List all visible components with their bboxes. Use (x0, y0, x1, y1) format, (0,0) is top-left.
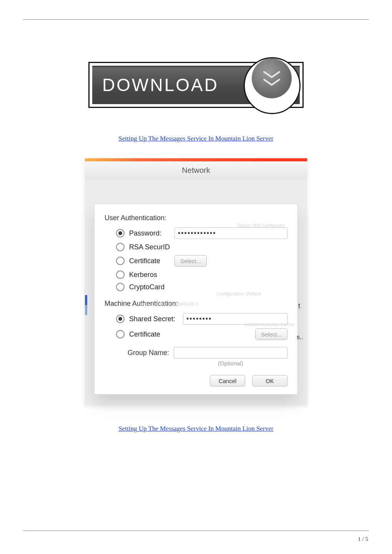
radio-label-kerberos: Kerberos (129, 271, 174, 279)
download-banner[interactable]: DOWNLOAD (88, 62, 304, 108)
page-number: 1 / 5 (358, 536, 368, 542)
password-mask: •••••••••••• (178, 229, 216, 237)
sidebar-accent-2 (85, 305, 87, 315)
group-name-field[interactable] (174, 347, 287, 358)
ok-button[interactable]: OK (252, 375, 287, 386)
radio-row-kerberos[interactable]: Kerberos (105, 270, 287, 279)
panel-body: Status: Not Configured Configuration: De… (85, 180, 307, 405)
auth-sheet: User Authentication: Password: •••••••••… (94, 204, 298, 395)
group-name-optional: (Optional) (105, 360, 287, 367)
article-link-bottom: Setting Up The Messages Service In Mount… (0, 425, 392, 433)
shared-secret-field[interactable]: •••••••• (183, 313, 287, 325)
select-machine-certificate-button[interactable]: Select... (255, 328, 287, 340)
radio-label-shared-secret: Shared Secret: (129, 315, 183, 323)
radio-label-cryptocard: CryptoCard (129, 283, 174, 291)
select-certificate-button[interactable]: Select... (174, 255, 207, 267)
radio-row-cryptocard[interactable]: CryptoCard (105, 283, 287, 291)
right-hint: s.. (297, 334, 303, 341)
download-label: DOWNLOAD (92, 75, 219, 95)
password-field[interactable]: •••••••••••• (174, 227, 287, 239)
document-page: DOWNLOAD Setting Up The Messages Service… (0, 0, 392, 554)
network-panel: Network Status: Not Configured Configura… (85, 158, 307, 406)
window-header: Network (85, 161, 307, 180)
user-auth-heading: User Authentication: (105, 214, 287, 222)
radio-password[interactable] (116, 229, 125, 237)
radio-rsa[interactable] (116, 243, 125, 251)
download-frame: DOWNLOAD (88, 62, 304, 108)
radio-certificate[interactable] (116, 257, 125, 265)
shared-secret-mask: •••••••• (186, 315, 212, 323)
radio-row-password[interactable]: Password: •••••••••••• (105, 227, 287, 239)
radio-kerberos[interactable] (116, 270, 125, 279)
group-name-label: Group Name: (105, 349, 174, 357)
top-rule (23, 19, 369, 20)
ghost-t: t (298, 302, 300, 310)
radio-row-shared-secret[interactable]: Shared Secret: •••••••• (105, 313, 287, 325)
radio-shared-secret[interactable] (116, 315, 125, 323)
radio-label-machine-certificate: Certificate (129, 330, 183, 338)
radio-row-machine-certificate[interactable]: Certificate Select... (105, 328, 287, 340)
cancel-button[interactable]: Cancel (210, 375, 245, 386)
sheet-actions: Cancel OK (105, 375, 287, 386)
group-name-row: Group Name: (105, 347, 287, 358)
sidebar-accent (85, 295, 87, 305)
machine-auth-heading: Machine Authentication: (105, 300, 287, 308)
radio-row-rsa[interactable]: RSA SecurID (105, 243, 287, 251)
radio-label-rsa: RSA SecurID (129, 243, 174, 251)
radio-label-certificate: Certificate (129, 257, 174, 265)
footer-rule (23, 531, 369, 531)
radio-cryptocard[interactable] (116, 283, 125, 291)
download-circle-inner (252, 58, 292, 98)
article-link-top: Setting Up The Messages Service In Mount… (0, 135, 392, 143)
radio-row-certificate[interactable]: Certificate Select... (105, 255, 287, 267)
download-bar: DOWNLOAD (92, 66, 300, 104)
download-circle (244, 57, 301, 114)
window-title: Network (182, 166, 210, 175)
radio-label-password: Password: (129, 229, 174, 237)
radio-machine-certificate[interactable] (116, 330, 125, 338)
article-link-2[interactable]: Setting Up The Messages Service In Mount… (119, 425, 274, 432)
article-link[interactable]: Setting Up The Messages Service In Mount… (119, 135, 274, 142)
chevron-down-icon (263, 71, 281, 86)
window-titlebar-accent (85, 158, 307, 161)
